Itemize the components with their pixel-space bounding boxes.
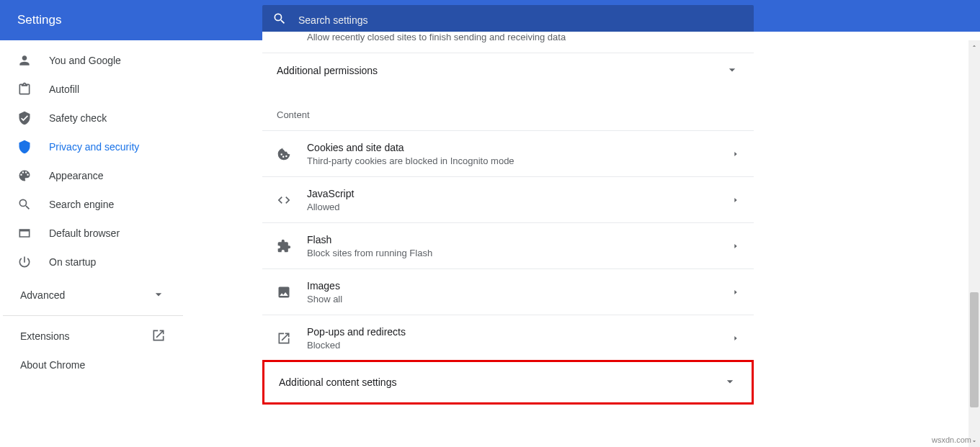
clipboard-icon [17,82,32,96]
search-box[interactable] [262,5,754,35]
page-title: Settings [17,13,61,27]
row-subtitle: Third-party cookies are blocked in Incog… [307,155,514,168]
chevron-down-icon [723,374,737,391]
sidebar-item-search-engine[interactable]: Search engine [3,190,183,219]
open-external-icon [151,328,166,345]
watermark: wsxdn.com [932,435,971,444]
about-label: About Chrome [20,359,85,371]
popup-icon [277,331,291,346]
divider [3,315,183,316]
sidebar-item-label: You and Google [49,55,121,66]
row-title: Pop-ups and redirects [307,325,406,339]
additional-permissions-row[interactable]: Additional permissions [262,53,754,88]
search-icon [272,12,287,29]
sidebar-item-label: Search engine [49,199,114,210]
row-title: Flash [307,232,432,247]
chevron-right-icon [732,332,739,345]
sidebar-item-privacy-security[interactable]: Privacy and security [3,132,183,161]
additional-content-label: Additional content settings [279,376,396,388]
sidebar: You and Google Autofill Safety check Pri… [3,40,183,379]
content-row-cookies[interactable]: Cookies and site data Third-party cookie… [262,130,754,176]
content-row-flash[interactable]: Flash Block sites from running Flash [262,222,754,268]
sidebar-about-chrome[interactable]: About Chrome [3,351,183,379]
sidebar-item-default-browser[interactable]: Default browser [3,219,183,248]
sidebar-item-label: Privacy and security [49,141,139,153]
additional-permissions-label: Additional permissions [277,65,378,76]
browser-icon [17,226,32,240]
sidebar-extensions[interactable]: Extensions [3,322,183,351]
chevron-right-icon [732,148,739,161]
scroll-thumb[interactable] [970,292,979,407]
sidebar-item-label: Autofill [49,83,79,95]
scrollbar[interactable] [968,40,980,447]
advanced-label: Advanced [20,289,65,301]
sidebar-item-you-and-google[interactable]: You and Google [3,46,183,75]
extensions-label: Extensions [20,330,69,342]
chevron-down-icon [151,287,166,304]
sidebar-item-label: Default browser [49,227,120,239]
search-input[interactable] [298,14,744,26]
sidebar-item-on-startup[interactable]: On startup [3,248,183,276]
code-icon [277,193,291,207]
partial-row: Allow recently closed sites to finish se… [262,32,754,53]
main-card: Allow recently closed sites to finish se… [262,32,754,447]
person-icon [17,53,32,68]
content-row-images[interactable]: Images Show all [262,268,754,315]
sidebar-item-label: Safety check [49,112,107,124]
extension-icon [277,239,291,253]
chevron-right-icon [732,240,739,253]
sidebar-item-label: Appearance [49,170,104,181]
chevron-right-icon [732,194,739,207]
image-icon [277,285,291,299]
sidebar-item-autofill[interactable]: Autofill [3,75,183,104]
row-title: JavaScript [307,186,354,201]
content-section-label: Content [262,88,754,130]
cookie-icon [277,147,291,161]
palette-icon [17,168,32,183]
shield-check-icon [17,111,32,125]
row-subtitle: Block sites from running Flash [307,247,432,260]
sidebar-item-label: On startup [49,256,96,268]
chevron-right-icon [732,286,739,299]
row-subtitle: Blocked [307,339,406,352]
shield-icon [17,140,32,154]
chevron-down-icon [725,63,739,79]
sidebar-item-safety-check[interactable]: Safety check [3,104,183,132]
row-subtitle: Show all [307,293,342,306]
additional-content-settings-row[interactable]: Additional content settings [262,360,754,405]
right-gap [754,32,980,447]
sidebar-advanced[interactable]: Advanced [3,281,183,310]
scroll-up-icon[interactable] [968,40,980,52]
row-subtitle: Allowed [307,201,354,214]
power-icon [17,255,32,269]
row-title: Cookies and site data [307,140,514,155]
search-icon [17,197,32,212]
content-row-javascript[interactable]: JavaScript Allowed [262,176,754,222]
sidebar-item-appearance[interactable]: Appearance [3,161,183,190]
partial-desc: Allow recently closed sites to finish se… [307,32,566,42]
row-title: Images [307,279,342,293]
content-row-popups[interactable]: Pop-ups and redirects Blocked [262,315,754,361]
